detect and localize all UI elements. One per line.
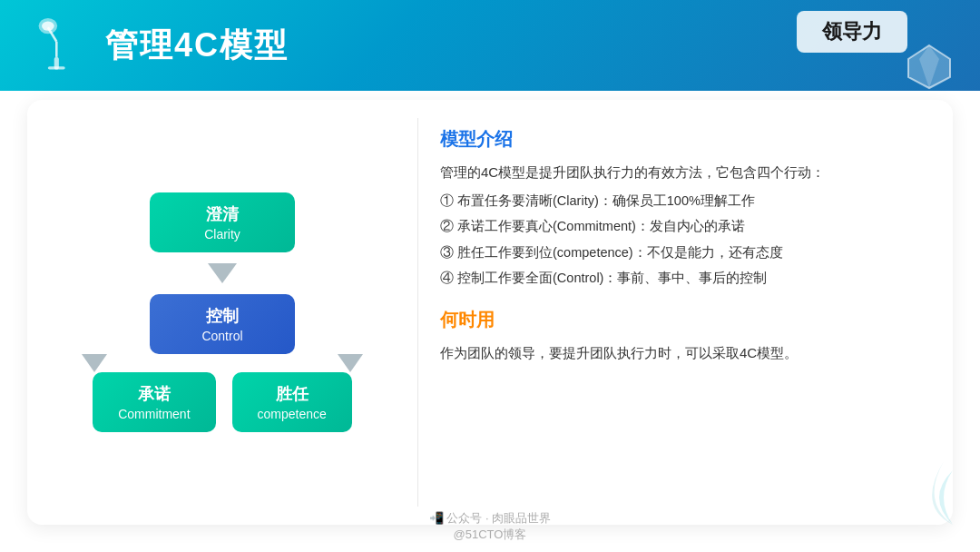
watermark-line1: 📲 公众号 · 肉眼品世界 — [429, 511, 551, 525]
when-desc: 作为团队的领导，要提升团队执行力时，可以采取4C模型。 — [440, 341, 920, 365]
lamp-icon — [36, 18, 91, 73]
diagram-inner: 澄清 Clarity 控制 Control — [45, 192, 399, 432]
top-right-label: 领导力 — [797, 11, 907, 53]
list-item-4-text: ④ 控制工作要全面(Control)：事前、事中、事后的控制 — [440, 267, 767, 290]
watermark: 📲 公众号 · 肉眼品世界 @51CTO博客 — [429, 510, 551, 543]
clarity-box: 澄清 Clarity — [150, 192, 295, 252]
svg-point-5 — [42, 21, 54, 30]
diagram-section: 澄清 Clarity 控制 Control — [27, 100, 417, 525]
arrow-right — [338, 354, 363, 372]
competence-cn-label: 胜任 — [258, 383, 327, 405]
competence-en-label: competence — [258, 407, 327, 421]
watermark-line2: @51CTO博客 — [454, 527, 527, 541]
competence-box: 胜任 competence — [232, 372, 352, 432]
list-item-1: ① 布置任务要清晰(Clarity)：确保员工100%理解工作 — [440, 190, 920, 212]
arrow-left — [82, 354, 107, 372]
control-en-label: Control — [195, 329, 250, 343]
bottom-boxes-row: 承诺 Commitment 胜任 competence — [93, 372, 352, 432]
intro-title: 模型介绍 — [440, 127, 920, 152]
commitment-cn-label: 承诺 — [118, 383, 190, 405]
content-area: 澄清 Clarity 控制 Control — [27, 100, 953, 525]
list-item-3-text: ③ 胜任工作要到位(competence)：不仅是能力，还有态度 — [440, 242, 783, 264]
commitment-box: 承诺 Commitment — [93, 372, 215, 432]
list-item-2-text: ② 承诺工作要真心(Commitment)：发自内心的承诺 — [440, 215, 745, 238]
commitment-en-label: Commitment — [118, 407, 190, 421]
control-box: 控制 Control — [150, 294, 295, 354]
diamond-icon — [905, 41, 955, 91]
clarity-cn-label: 澄清 — [195, 203, 250, 225]
svg-rect-1 — [48, 66, 65, 69]
list-item-2: ② 承诺工作要真心(Commitment)：发自内心的承诺 — [440, 215, 920, 238]
bottom-arrows-row — [82, 354, 363, 372]
intro-desc: 管理的4C模型是提升团队执行力的有效方法，它包含四个行动： — [440, 161, 920, 184]
clarity-en-label: Clarity — [195, 227, 250, 242]
page: 管理4C模型 领导力 澄清 Clarity 控制 Control — [0, 0, 980, 552]
header-title: 管理4C模型 — [105, 24, 289, 68]
list-item-4: ④ 控制工作要全面(Control)：事前、事中、事后的控制 — [440, 267, 920, 290]
text-section: 模型介绍 管理的4C模型是提升团队执行力的有效方法，它包含四个行动： ① 布置任… — [418, 100, 953, 525]
list-item-3: ③ 胜任工作要到位(competence)：不仅是能力，还有态度 — [440, 242, 920, 264]
when-title: 何时用 — [440, 308, 920, 332]
arrow-clarity-to-control — [208, 263, 237, 283]
list-item-1-text: ① 布置任务要清晰(Clarity)：确保员工100%理解工作 — [440, 190, 755, 212]
control-cn-label: 控制 — [195, 305, 250, 327]
